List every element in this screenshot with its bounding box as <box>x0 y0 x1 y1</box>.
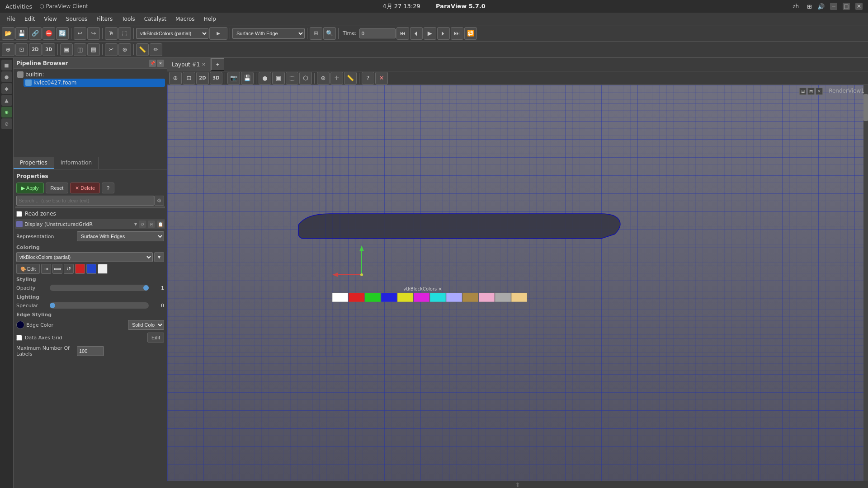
reset-camera-rb[interactable]: ⊕ <box>169 72 182 84</box>
close-view-btn[interactable]: ✕ <box>816 88 823 95</box>
menu-macros[interactable]: Macros <box>171 14 199 24</box>
opacity-slider[interactable] <box>50 285 149 291</box>
select-points-btn[interactable]: ● <box>259 72 271 84</box>
representation-select[interactable]: Surface With Edge <box>232 28 305 39</box>
play-first-btn[interactable]: ⏮ <box>396 27 409 40</box>
minimize-btn[interactable]: ─ <box>830 3 837 10</box>
edge-color-select[interactable]: Solid Color <box>128 320 164 330</box>
select-poly-btn[interactable]: ⬡ <box>299 72 312 84</box>
redo-btn[interactable]: ↪ <box>87 27 100 40</box>
viewport[interactable]: RenderView1 ⬓ ⬒ ✕ <box>167 85 868 481</box>
reset-camera-btn[interactable]: ⊞ <box>310 27 322 40</box>
select-block-rb[interactable]: ⬚ <box>286 72 298 84</box>
menu-sources[interactable]: Sources <box>61 14 92 24</box>
split-v-btn[interactable]: ⬒ <box>807 88 815 95</box>
disconnect-btn[interactable]: ⛔ <box>42 27 55 40</box>
sidebar-icon-4[interactable]: ▲ <box>1 95 12 106</box>
menu-filters[interactable]: Filters <box>92 14 117 24</box>
menu-file[interactable]: File <box>2 14 20 24</box>
zoom-in-btn[interactable]: 🔍 <box>323 27 336 40</box>
sidebar-icon-1[interactable]: ■ <box>1 60 12 70</box>
rescale-custom-btn[interactable]: ⟺ <box>52 264 62 274</box>
measure-btn[interactable]: 📏 <box>136 43 149 56</box>
select-surface-btn[interactable]: ▣ <box>60 43 73 56</box>
reset-button[interactable]: Reset <box>46 183 69 193</box>
connect-btn[interactable]: 🔗 <box>29 27 42 40</box>
display-expand-btn[interactable]: ▾ <box>134 221 137 227</box>
data-axes-checkbox[interactable] <box>16 335 22 341</box>
close-btn[interactable]: ✕ <box>855 3 863 10</box>
sidebar-icon-6[interactable]: ⊘ <box>1 118 12 129</box>
pipeline-apply-btn[interactable]: ▶ <box>209 27 227 40</box>
add-layout-btn[interactable]: + <box>211 58 224 71</box>
select-btn[interactable]: ⬚ <box>118 27 131 40</box>
sidebar-icon-2[interactable]: ● <box>1 71 12 82</box>
tab-properties[interactable]: Properties <box>14 157 54 169</box>
split-h-btn[interactable]: ⬓ <box>799 88 807 95</box>
save-screenshot-btn[interactable]: 💾 <box>241 72 254 84</box>
viewport-resize-handle[interactable]: ⬍ <box>167 481 868 488</box>
zoom-fit-btn[interactable]: ⊡ <box>15 43 28 56</box>
select-cells-btn[interactable]: ▣ <box>272 72 285 84</box>
extract-btn[interactable]: ✂ <box>105 43 118 56</box>
viewport-scroll-thumb[interactable] <box>863 94 868 121</box>
time-input[interactable] <box>359 28 396 38</box>
rescale-btn[interactable]: ⇥ <box>41 264 51 274</box>
ruler-btn[interactable]: 📏 <box>344 72 357 84</box>
view-2d-btn[interactable]: 2D <box>29 43 42 56</box>
delete-rb[interactable]: ✕ <box>375 72 388 84</box>
view-3d-btn[interactable]: 3D <box>42 43 55 56</box>
pipeline-pin-btn[interactable]: 📌 <box>149 60 156 67</box>
edit-colormap-btn[interactable]: 🎨 Edit <box>16 264 40 274</box>
display-refresh-btn[interactable]: ↺ <box>139 221 146 228</box>
sidebar-icon-5[interactable]: ⊕ <box>1 107 12 117</box>
interact-btn[interactable]: 🖱 <box>105 27 118 40</box>
capture-btn[interactable]: 📷 <box>227 72 240 84</box>
select-block-btn[interactable]: ▤ <box>87 43 100 56</box>
loop-btn[interactable]: 🔁 <box>464 27 477 40</box>
menu-view[interactable]: View <box>39 14 61 24</box>
coloring-select[interactable]: vtkBlockColors (partial) <box>16 252 153 262</box>
refresh-btn[interactable]: 🔄 <box>56 27 69 40</box>
delete-button[interactable]: ✕ Delete <box>70 183 100 193</box>
annotate-btn[interactable]: ✏ <box>150 43 162 56</box>
search-input[interactable] <box>16 196 154 206</box>
maximize-btn[interactable]: □ <box>843 3 850 10</box>
hover-btn[interactable]: ⊛ <box>317 72 330 84</box>
display-paste-btn[interactable]: 📋 <box>157 221 164 228</box>
zoom-fit-rb[interactable]: ⊡ <box>183 72 195 84</box>
pipeline-select[interactable]: vtkBlockColors (partial) <box>136 28 208 39</box>
tab-layout1-close[interactable]: ✕ <box>202 62 205 67</box>
coloring-expand-btn[interactable]: ▾ <box>154 252 164 262</box>
menu-tools[interactable]: Tools <box>117 14 140 24</box>
menu-edit[interactable]: Edit <box>20 14 39 24</box>
undo-btn[interactable]: ↩ <box>74 27 86 40</box>
color-swatch-white[interactable] <box>98 264 108 274</box>
search-settings-btn[interactable]: ⚙ <box>154 196 164 206</box>
color-swatch-red[interactable] <box>75 264 85 274</box>
representation-select-prop[interactable]: Surface With Edges <box>77 231 164 241</box>
read-zones-checkbox[interactable] <box>16 211 22 217</box>
display-copy-btn[interactable]: ⎘ <box>148 221 155 228</box>
edge-color-swatch[interactable] <box>16 321 24 329</box>
reset-range-btn[interactable]: ↺ <box>64 264 74 274</box>
max-labels-input[interactable] <box>77 346 104 356</box>
play-btn[interactable]: ▶ <box>424 27 436 40</box>
open-btn[interactable]: 📂 <box>2 27 14 40</box>
play-next-btn[interactable]: ⏵ <box>437 27 450 40</box>
help-rb[interactable]: ? <box>362 72 374 84</box>
play-last-btn[interactable]: ⏭ <box>451 27 463 40</box>
view-2d-rb[interactable]: 2D <box>196 72 209 84</box>
probe-rb[interactable]: ✛ <box>330 72 343 84</box>
help-button[interactable]: ? <box>102 183 114 193</box>
locale-btn[interactable]: zh <box>790 2 802 10</box>
tab-information[interactable]: Information <box>54 157 99 169</box>
pipeline-close-btn[interactable]: ✕ <box>157 60 164 67</box>
apply-button[interactable]: ▶ Apply <box>16 183 44 193</box>
pipeline-item-builtin[interactable]: builtin: <box>15 70 165 79</box>
reset-view-btn[interactable]: ⊕ <box>2 43 14 56</box>
sidebar-icon-3[interactable]: ◆ <box>1 83 12 94</box>
color-swatch-blue[interactable] <box>86 264 96 274</box>
menu-catalyst[interactable]: Catalyst <box>140 14 171 24</box>
menu-help[interactable]: Help <box>199 14 221 24</box>
